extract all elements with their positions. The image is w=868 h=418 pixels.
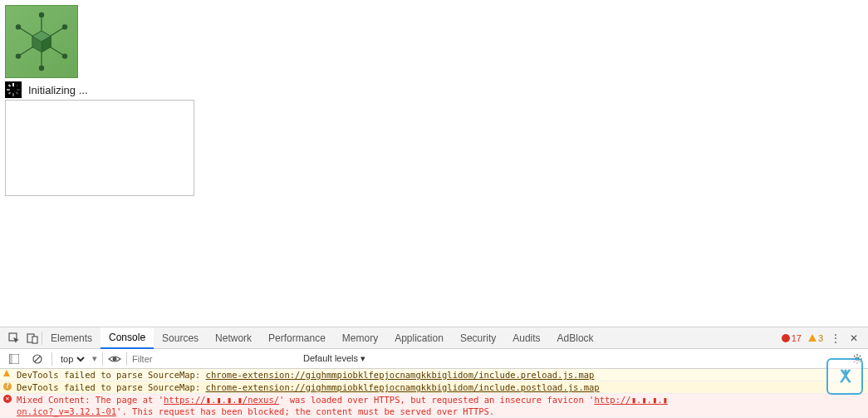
error-count: 17: [792, 333, 802, 343]
page-url-link[interactable]: https://▮.▮.▮.▮/nexus/: [164, 395, 279, 405]
svg-point-27: [113, 357, 117, 361]
svg-rect-13: [12, 93, 14, 96]
nexus-logo: [5, 5, 78, 78]
svg-rect-16: [8, 84, 12, 87]
devtools-tabbar: Elements Console Sources Network Perform…: [0, 327, 868, 349]
error-circle-icon: ✕: [3, 394, 15, 417]
separator: [126, 352, 127, 366]
svg-rect-24: [9, 354, 12, 364]
tab-performance[interactable]: Performance: [260, 327, 334, 349]
svg-point-7: [62, 24, 67, 29]
live-expression-icon[interactable]: [108, 352, 121, 366]
console-log: DevTools failed to parse SourceMap: chro…: [0, 369, 868, 418]
tab-security[interactable]: Security: [452, 327, 504, 349]
init-row: Initializing ...: [5, 81, 863, 98]
svg-line-26: [35, 356, 41, 361]
tab-network[interactable]: Network: [207, 327, 260, 349]
tab-application[interactable]: Application: [386, 327, 452, 349]
tab-elements[interactable]: Elements: [42, 327, 101, 349]
tab-console[interactable]: Console: [101, 327, 154, 349]
tab-audits[interactable]: Audits: [504, 327, 548, 349]
svg-point-8: [62, 53, 67, 58]
svg-point-11: [16, 24, 21, 29]
separator: [102, 352, 103, 366]
svg-rect-22: [32, 337, 37, 343]
warning-count: 3: [818, 333, 823, 343]
context-selector[interactable]: top: [57, 353, 87, 365]
svg-point-10: [16, 53, 21, 58]
log-message: DevTools failed to parse SourceMap: chro…: [17, 381, 865, 393]
console-settings-icon[interactable]: [851, 353, 863, 365]
content-placeholder-box: [5, 100, 194, 196]
error-count-badge[interactable]: 17: [778, 333, 805, 343]
warning-triangle-icon: [3, 369, 15, 381]
separator: [51, 352, 52, 366]
sourcemap-link[interactable]: chrome-extension://gighmmpiobklfepjocnam…: [206, 382, 600, 392]
devtools-panel: Elements Console Sources Network Perform…: [0, 327, 868, 418]
svg-point-28: [856, 357, 859, 361]
page-content: Initializing ...: [0, 0, 868, 201]
toggle-sidebar-icon[interactable]: [5, 350, 23, 368]
device-toolbar-icon[interactable]: [23, 329, 42, 347]
favicon-url-tail[interactable]: on.ico?_v=3.12.1-01: [17, 406, 116, 416]
svg-point-6: [39, 12, 44, 17]
cube-network-icon: [8, 8, 75, 75]
log-row-warning[interactable]: DevTools failed to parse SourceMap: chro…: [0, 369, 868, 381]
console-filterbar: top ▾ Default levels ▾: [0, 349, 868, 369]
svg-rect-12: [12, 83, 14, 86]
svg-point-9: [39, 66, 44, 71]
clear-console-icon[interactable]: [28, 350, 47, 368]
favicon-url-link[interactable]: http://▮.▮.▮.▮: [594, 395, 668, 405]
log-message: Mixed Content: The page at 'https://▮.▮.…: [17, 394, 865, 417]
log-row-warning[interactable]: ? DevTools failed to parse SourceMap: ch…: [0, 381, 868, 394]
svg-rect-17: [16, 91, 19, 95]
tab-adblock[interactable]: AdBlock: [549, 327, 602, 349]
log-row-error[interactable]: ✕ Mixed Content: The page at 'https://▮.…: [0, 394, 868, 418]
svg-rect-19: [8, 91, 12, 95]
filter-input[interactable]: [132, 354, 298, 364]
loading-spinner-icon: [5, 81, 22, 98]
svg-rect-18: [16, 84, 19, 87]
warning-count-badge[interactable]: 3: [805, 333, 826, 343]
close-devtools-icon[interactable]: ✕: [845, 329, 863, 347]
warning-circle-icon: ?: [3, 381, 15, 393]
svg-rect-14: [7, 89, 10, 91]
init-text: Initializing ...: [28, 84, 88, 96]
svg-rect-15: [17, 89, 20, 91]
log-levels-dropdown[interactable]: Default levels ▾: [303, 353, 365, 364]
tab-memory[interactable]: Memory: [334, 327, 386, 349]
tab-sources[interactable]: Sources: [154, 327, 207, 349]
log-message: DevTools failed to parse SourceMap: chro…: [17, 369, 865, 381]
inspect-element-icon[interactable]: [5, 329, 23, 347]
sourcemap-link[interactable]: chrome-extension://gighmmpiobklfepjocnam…: [206, 370, 595, 380]
more-options-icon[interactable]: ⋮: [826, 329, 845, 347]
